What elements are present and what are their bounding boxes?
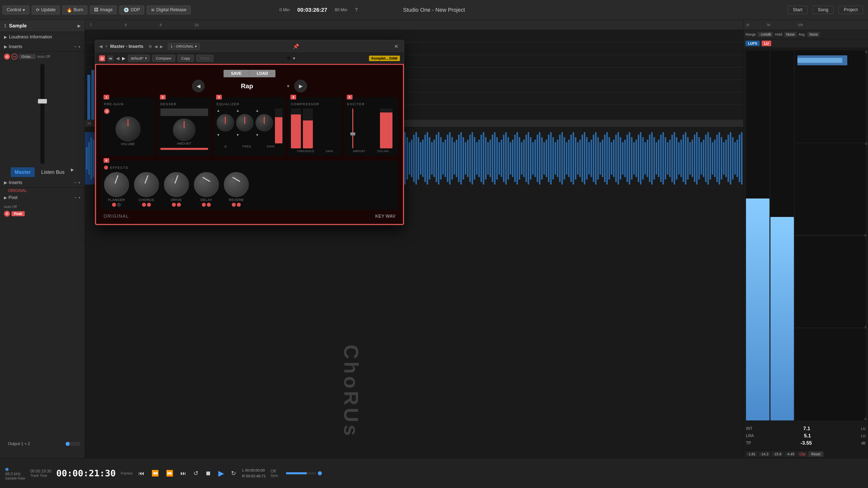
delay-knob[interactable] bbox=[194, 172, 219, 197]
plugin-monitor-btn[interactable]: ⏮ bbox=[107, 55, 114, 61]
flanger-toggle-off[interactable] bbox=[117, 203, 121, 207]
eq-fader-bar[interactable] bbox=[275, 108, 282, 143]
channel-power-btn[interactable]: ⏻ bbox=[4, 54, 10, 60]
drive-toggle-2[interactable] bbox=[177, 203, 181, 207]
drive-knob[interactable] bbox=[164, 172, 189, 197]
lu-badge[interactable]: LU bbox=[762, 41, 771, 46]
plugin-pin-icon[interactable]: 📌 bbox=[293, 43, 299, 50]
threshold-bar[interactable] bbox=[291, 108, 301, 149]
preset-prev-button[interactable]: ◀ bbox=[192, 80, 205, 92]
plugin-close-button[interactable]: ✕ bbox=[393, 43, 400, 50]
copy-button[interactable]: Copy bbox=[178, 55, 194, 62]
eq-up-3[interactable]: ▲ bbox=[255, 108, 273, 112]
preset-selector[interactable]: 1 - ORIGINAL ▾ bbox=[168, 43, 199, 50]
project-button[interactable]: Project bbox=[839, 6, 863, 14]
settings-gear-icon[interactable]: ⚙ bbox=[287, 56, 290, 61]
inserts2-action-minus[interactable]: − bbox=[74, 180, 76, 185]
eq-knob-3[interactable] bbox=[255, 114, 273, 131]
song-button[interactable]: Song bbox=[813, 6, 834, 14]
playback-dot[interactable] bbox=[318, 471, 322, 475]
rewind-button[interactable]: ⏪ bbox=[150, 469, 160, 478]
plugin-next-icon[interactable]: ▶ bbox=[122, 56, 125, 61]
exciter-fader[interactable] bbox=[352, 108, 353, 149]
preset-next-button[interactable]: ▶ bbox=[294, 80, 307, 92]
post-minus[interactable]: − bbox=[74, 195, 76, 200]
reverb-toggle-2[interactable] bbox=[237, 203, 241, 207]
preset-dropdown-icon[interactable]: ▾ bbox=[287, 83, 289, 89]
goto-start-button[interactable]: ⏮ bbox=[137, 469, 146, 478]
gain-bar[interactable] bbox=[303, 108, 313, 149]
channel-monitor-btn[interactable]: ⏮ bbox=[11, 54, 18, 60]
playback-slider[interactable] bbox=[286, 472, 316, 474]
plugin-dropdown-icon[interactable]: ▾ bbox=[293, 56, 295, 61]
digital-release-button[interactable]: ≋ Digital Release bbox=[147, 5, 191, 14]
effects-power-dot[interactable] bbox=[104, 166, 108, 169]
inserts2-action-plus[interactable]: + bbox=[78, 180, 81, 185]
load-button[interactable]: LOAD bbox=[249, 70, 275, 77]
chorus-knob[interactable] bbox=[134, 172, 159, 197]
plugin-icon-1[interactable]: ⚙ bbox=[149, 44, 152, 49]
reverb-toggle-1[interactable] bbox=[232, 203, 236, 207]
eq-up-2[interactable]: ▲ bbox=[236, 108, 253, 112]
master-fader-track[interactable] bbox=[40, 64, 44, 164]
start-button[interactable]: Start bbox=[788, 6, 808, 14]
eq-down-2[interactable]: ▼ bbox=[236, 133, 253, 137]
image-button[interactable]: 🖼 Image bbox=[90, 5, 117, 14]
loudness-information-row[interactable]: ▶ Loudness Information bbox=[0, 32, 85, 42]
listen-bus-icon[interactable]: ▶ bbox=[71, 167, 74, 177]
avg-value[interactable]: None bbox=[807, 32, 819, 37]
save-button[interactable]: SAVE bbox=[223, 70, 249, 77]
amount-knob[interactable] bbox=[173, 119, 195, 141]
ddp-button[interactable]: 💿 DDP bbox=[119, 5, 144, 14]
eq-down-1[interactable]: ▼ bbox=[217, 133, 234, 137]
original-insert[interactable]: ORIGINAL bbox=[0, 188, 85, 194]
volume-knob[interactable] bbox=[116, 117, 141, 141]
track-arrow[interactable]: ▶ bbox=[78, 24, 81, 28]
default-preset-selector[interactable]: default* ▾ bbox=[128, 55, 150, 62]
drive-toggle-1[interactable] bbox=[172, 203, 176, 207]
paste-button[interactable]: Paste bbox=[196, 55, 213, 62]
delay-toggle-1[interactable] bbox=[202, 203, 206, 207]
freq-bar[interactable] bbox=[160, 148, 208, 150]
eq-down-3[interactable]: ▼ bbox=[255, 133, 273, 137]
eq-knob-2[interactable] bbox=[236, 114, 253, 131]
chorus-toggle-1[interactable] bbox=[142, 203, 146, 207]
plugin-icon-2[interactable]: ◀ bbox=[154, 44, 157, 49]
chorus-toggle-2[interactable] bbox=[147, 203, 151, 207]
plugin-icon-3[interactable]: ▶ bbox=[160, 44, 163, 49]
stop-button[interactable]: ⏹ bbox=[204, 469, 212, 478]
pre-gain-power[interactable]: ⏻ bbox=[104, 108, 110, 114]
goto-end-button[interactable]: ⏭ bbox=[179, 469, 187, 478]
compare-button[interactable]: Compare bbox=[152, 55, 175, 62]
power-btn-2[interactable]: ⏻ bbox=[4, 211, 10, 217]
play-button[interactable]: ▶ bbox=[217, 468, 225, 479]
clip-indicator[interactable]: Clip bbox=[797, 451, 807, 457]
hold-value[interactable]: None bbox=[784, 32, 796, 37]
range-value[interactable]: -144dB bbox=[758, 32, 773, 37]
exciter-thumb[interactable] bbox=[350, 132, 355, 135]
output-toggle[interactable] bbox=[66, 442, 81, 446]
reverb-knob[interactable] bbox=[224, 172, 249, 197]
inserts-action-minus[interactable]: − bbox=[74, 44, 76, 50]
post-plus[interactable]: + bbox=[78, 195, 81, 200]
update-button[interactable]: ⟳ Update bbox=[32, 5, 60, 14]
master-fader-thumb[interactable] bbox=[38, 99, 47, 103]
inserts-action-plus[interactable]: + bbox=[78, 44, 81, 50]
reset-button[interactable]: Reset bbox=[808, 451, 824, 457]
burn-button[interactable]: 🔥 Burn bbox=[62, 5, 87, 14]
flanger-toggle-on[interactable] bbox=[112, 203, 116, 207]
mode-selector[interactable]: Control ▾ bbox=[2, 5, 29, 14]
loop-button[interactable]: ↺ bbox=[192, 469, 199, 478]
delay-toggle-2[interactable] bbox=[207, 203, 211, 207]
metronome-button[interactable]: ↻ bbox=[230, 469, 237, 478]
eq-knob-1[interactable] bbox=[217, 114, 234, 131]
help-icon[interactable]: ? bbox=[355, 7, 358, 13]
octave-btn[interactable]: Octav... bbox=[19, 54, 36, 59]
plugin-prev-icon[interactable]: ◀ bbox=[116, 56, 120, 61]
flanger-knob[interactable] bbox=[104, 172, 129, 197]
eq-up-1[interactable]: ▲ bbox=[217, 108, 234, 112]
fast-forward-button[interactable]: ⏩ bbox=[165, 469, 175, 478]
lufs-badge[interactable]: LUFS bbox=[745, 41, 760, 46]
peak-btn[interactable]: Peak bbox=[11, 211, 25, 216]
plugin-power-btn[interactable]: ⏻ bbox=[99, 55, 105, 61]
